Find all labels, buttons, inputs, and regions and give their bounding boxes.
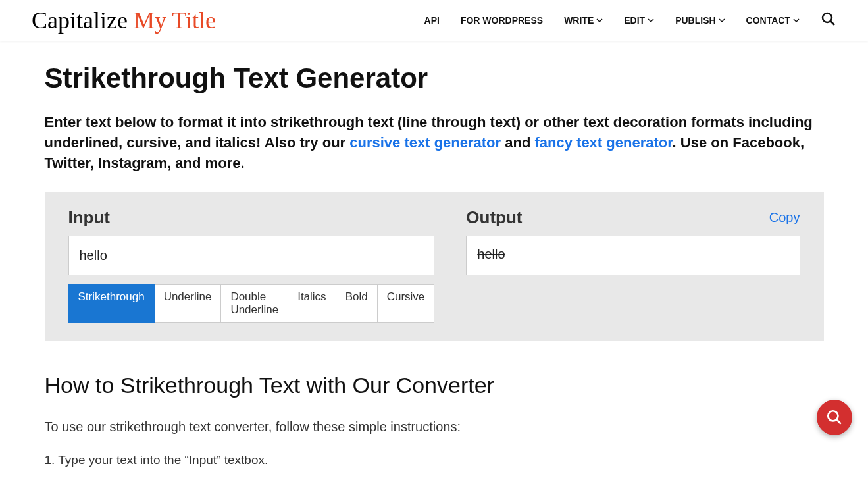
- nav-label: PUBLISH: [675, 15, 715, 26]
- copy-button[interactable]: Copy: [769, 210, 800, 225]
- svg-point-2: [828, 411, 838, 421]
- main-content: Strikethrough Text Generator Enter text …: [13, 63, 855, 467]
- nav-contact[interactable]: CONTACT: [746, 15, 800, 26]
- chevron-down-icon: [596, 17, 603, 24]
- nav-publish[interactable]: PUBLISH: [675, 15, 725, 26]
- svg-point-0: [823, 13, 832, 22]
- format-tabs: Strikethrough Underline Double Underline…: [68, 284, 435, 323]
- nav-label: FOR WORDPRESS: [461, 15, 543, 26]
- input-header: Input: [68, 207, 435, 228]
- logo-part1: Capitalize: [32, 7, 134, 34]
- nav-search[interactable]: [821, 11, 836, 30]
- output-column: Output Copy hello: [466, 207, 800, 323]
- site-logo[interactable]: Capitalize My Title: [32, 7, 216, 34]
- chevron-down-icon: [719, 17, 725, 24]
- nav-write[interactable]: WRITE: [564, 15, 603, 26]
- nav-label: CONTACT: [746, 15, 790, 26]
- nav-label: API: [424, 15, 440, 26]
- tab-italics[interactable]: Italics: [288, 284, 336, 323]
- tab-bold[interactable]: Bold: [336, 284, 378, 323]
- chevron-down-icon: [793, 17, 800, 24]
- tab-underline[interactable]: Underline: [155, 284, 222, 323]
- svg-line-1: [830, 21, 834, 25]
- intro-text: and: [501, 134, 534, 151]
- cursive-generator-link[interactable]: cursive text generator: [349, 134, 501, 151]
- search-icon: [826, 409, 843, 426]
- tab-double-underline[interactable]: Double Underline: [221, 284, 288, 323]
- howto-intro: To use our strikethrough text converter,…: [45, 417, 505, 437]
- howto-step-1: 1. Type your text into the “Input” textb…: [45, 453, 824, 467]
- input-label: Input: [68, 207, 111, 228]
- fancy-generator-link[interactable]: fancy text generator: [534, 134, 672, 151]
- nav-label: EDIT: [624, 15, 645, 26]
- svg-line-3: [836, 419, 841, 424]
- output-header: Output Copy: [466, 207, 800, 228]
- nav-edit[interactable]: EDIT: [624, 15, 654, 26]
- nav-api[interactable]: API: [424, 15, 440, 26]
- chevron-down-icon: [648, 17, 654, 24]
- output-value: hello: [477, 247, 505, 261]
- page-title: Strikethrough Text Generator: [45, 63, 824, 94]
- howto-title: How to Strikethrough Text with Our Conve…: [45, 373, 824, 398]
- site-header: Capitalize My Title API FOR WORDPRESS WR…: [0, 0, 868, 41]
- logo-part2: My Title: [134, 7, 216, 34]
- tab-strikethrough[interactable]: Strikethrough: [68, 284, 155, 323]
- converter-panel: Input Strikethrough Underline Double Und…: [45, 192, 824, 341]
- nav-wordpress[interactable]: FOR WORDPRESS: [461, 15, 543, 26]
- output-label: Output: [466, 207, 522, 228]
- input-textbox[interactable]: [68, 236, 435, 275]
- input-column: Input Strikethrough Underline Double Und…: [68, 207, 435, 323]
- search-icon: [821, 11, 836, 27]
- floating-search-button[interactable]: [817, 400, 852, 435]
- intro-paragraph: Enter text below to format it into strik…: [45, 113, 824, 173]
- tab-cursive[interactable]: Cursive: [378, 284, 435, 323]
- nav-label: WRITE: [564, 15, 594, 26]
- output-textbox[interactable]: hello: [466, 236, 800, 275]
- main-nav: API FOR WORDPRESS WRITE EDIT PUBLISH CON…: [424, 11, 836, 30]
